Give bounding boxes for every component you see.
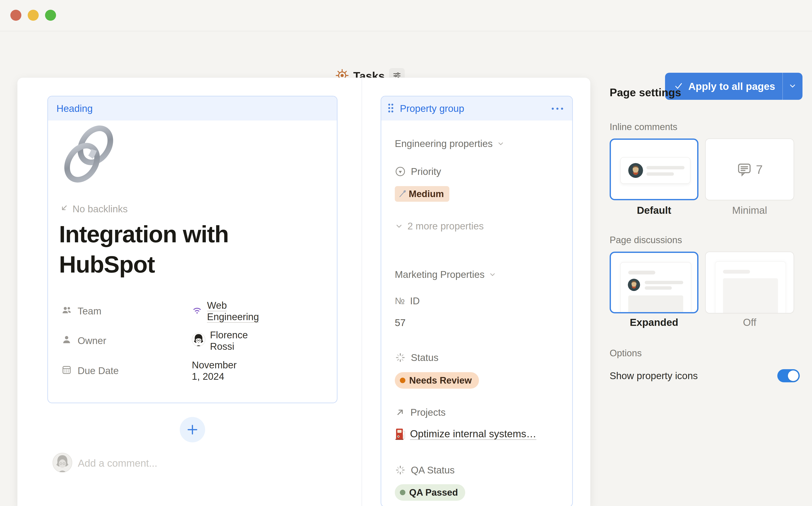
comment-count-badge: 7 bbox=[756, 162, 763, 177]
calendar-icon bbox=[61, 364, 72, 377]
status-dot-icon bbox=[400, 377, 405, 383]
comment-input-placeholder[interactable]: Add a comment... bbox=[78, 457, 157, 469]
property-row-due-date[interactable]: Due Date November 1, 2024 bbox=[61, 361, 180, 380]
qa-status-label: QA Status bbox=[411, 465, 455, 476]
owner-avatar bbox=[192, 333, 205, 349]
priority-value: Medium bbox=[409, 189, 444, 199]
zoom-window-button[interactable] bbox=[45, 10, 56, 21]
property-row-team[interactable]: Team Web Engineering bbox=[61, 302, 180, 321]
layout-preview-modal: Heading No backlinks Integration with Hu… bbox=[17, 78, 591, 506]
projects-value-link[interactable]: Optimize internal systems… bbox=[395, 426, 536, 441]
priority-value-tag[interactable]: Medium bbox=[395, 186, 449, 202]
projects-value: Optimize internal systems… bbox=[410, 428, 536, 440]
option-label-default: Default bbox=[610, 204, 699, 216]
more-properties-label: 2 more properties bbox=[408, 220, 484, 232]
commenter-avatar bbox=[53, 453, 72, 474]
property-group-card[interactable]: Property group Engineering properties Pr… bbox=[381, 96, 573, 506]
option-label-off: Off bbox=[705, 317, 794, 328]
section-engineering-properties[interactable]: Engineering properties bbox=[395, 137, 505, 150]
page-settings-panel: Page settings Inline comments bbox=[610, 78, 806, 506]
id-number: 57 bbox=[395, 317, 405, 328]
options-label: Options bbox=[610, 348, 642, 358]
mini-avatar bbox=[628, 163, 643, 178]
option-label-expanded: Expanded bbox=[610, 317, 699, 328]
qa-status-spinner-icon bbox=[395, 465, 406, 476]
qa-status-value: QA Passed bbox=[409, 487, 458, 498]
status-value-pill[interactable]: Needs Review bbox=[395, 372, 479, 389]
backlinks-row[interactable]: No backlinks bbox=[60, 203, 128, 215]
priority-label: Priority bbox=[411, 166, 441, 177]
section-title: Engineering properties bbox=[395, 138, 493, 149]
owner-value: Florence Rossi bbox=[210, 329, 248, 352]
team-value-link[interactable]: Web Engineering bbox=[207, 300, 259, 323]
panel-title: Page settings bbox=[610, 86, 681, 99]
arrow-down-left-icon bbox=[60, 203, 69, 215]
person-icon bbox=[61, 334, 72, 347]
priority-icon bbox=[395, 166, 406, 177]
page-discussions-option-off[interactable] bbox=[705, 252, 794, 313]
pane-divider bbox=[362, 78, 362, 506]
heading-block-label: Heading bbox=[57, 103, 93, 114]
qa-status-value-pill[interactable]: QA Passed bbox=[395, 484, 465, 501]
more-options-icon[interactable] bbox=[551, 107, 564, 111]
chevron-down-icon bbox=[497, 140, 505, 147]
status-value: Needs Review bbox=[409, 375, 472, 386]
property-status[interactable]: Status bbox=[395, 351, 438, 364]
property-priority[interactable]: Priority bbox=[395, 165, 441, 178]
due-date-value: November 1, 2024 bbox=[192, 359, 237, 382]
chevron-down-icon bbox=[489, 271, 496, 278]
inline-comments-label: Inline comments bbox=[610, 121, 677, 132]
team-label: Team bbox=[78, 305, 101, 317]
section-title: Marketing Properties bbox=[395, 269, 484, 280]
heading-block-card[interactable]: Heading No backlinks Integration with Hu… bbox=[48, 96, 338, 403]
inline-comments-option-default[interactable] bbox=[610, 139, 699, 200]
comment-bubble-icon bbox=[736, 162, 752, 177]
option-label-minimal: Minimal bbox=[705, 204, 794, 216]
people-icon bbox=[61, 305, 72, 318]
add-block-button[interactable] bbox=[180, 417, 205, 442]
header-bar: Cancel Tasks Preview: Int bbox=[0, 31, 812, 78]
numero-icon: № bbox=[395, 296, 405, 306]
inline-comments-option-minimal[interactable]: 7 bbox=[705, 139, 794, 200]
add-comment-row[interactable]: Add a comment... bbox=[53, 453, 157, 473]
property-row-owner[interactable]: Owner bbox=[61, 331, 180, 350]
show-property-icons-label: Show property icons bbox=[610, 370, 698, 382]
close-window-button[interactable] bbox=[10, 10, 21, 21]
id-value[interactable]: 57 bbox=[395, 316, 405, 329]
show-property-icons-row: Show property icons bbox=[610, 367, 800, 385]
section-marketing-properties[interactable]: Marketing Properties bbox=[395, 268, 496, 281]
needle-icon bbox=[398, 190, 407, 198]
page-discussions-option-expanded[interactable] bbox=[610, 252, 699, 313]
owner-label: Owner bbox=[78, 335, 106, 346]
backlinks-label: No backlinks bbox=[73, 203, 128, 215]
qa-dot-icon bbox=[400, 490, 405, 495]
page-discussions-label: Page discussions bbox=[610, 235, 682, 245]
arrow-up-right-icon bbox=[395, 407, 405, 418]
fuel-pump-icon bbox=[395, 427, 406, 440]
due-date-label: Due Date bbox=[78, 365, 119, 376]
minimize-window-button[interactable] bbox=[28, 10, 39, 21]
property-group-label: Property group bbox=[400, 103, 464, 114]
property-qa-status[interactable]: QA Status bbox=[395, 463, 455, 477]
property-group-header: Property group bbox=[381, 96, 572, 120]
team-signal-icon bbox=[192, 305, 202, 318]
chevron-down-icon bbox=[395, 222, 403, 230]
drag-handle-icon[interactable] bbox=[387, 103, 394, 114]
id-label: ID bbox=[410, 295, 420, 307]
mini-page-preview bbox=[620, 262, 691, 313]
status-label: Status bbox=[411, 352, 438, 363]
property-id[interactable]: № ID bbox=[395, 294, 420, 308]
more-properties-toggle[interactable]: 2 more properties bbox=[395, 219, 484, 233]
window-titlebar bbox=[0, 0, 812, 31]
chain-links-emoji-icon bbox=[59, 124, 120, 184]
show-property-icons-toggle[interactable] bbox=[777, 369, 800, 382]
mini-avatar bbox=[628, 279, 640, 291]
toggle-knob bbox=[788, 370, 799, 381]
property-projects[interactable]: Projects bbox=[395, 406, 446, 419]
heading-block-header: Heading bbox=[48, 96, 337, 120]
status-spinner-icon bbox=[395, 352, 406, 363]
projects-label: Projects bbox=[411, 407, 446, 418]
document-title: Integration with HubSpot bbox=[59, 219, 321, 280]
mini-comment-preview bbox=[620, 157, 691, 184]
mini-page-preview-off bbox=[715, 261, 786, 313]
